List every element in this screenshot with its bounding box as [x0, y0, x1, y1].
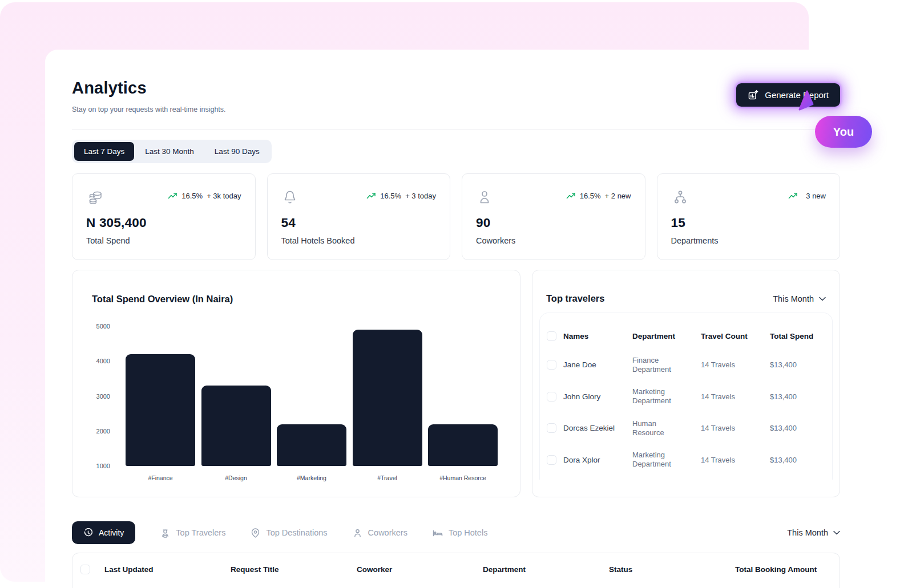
traveler-department: Marketing Department — [632, 387, 701, 406]
row-checkbox[interactable] — [547, 455, 556, 465]
y-axis-tick: 2000 — [96, 428, 110, 435]
bar-chart: 50004000300020001000 #Finance#Design#Mar… — [92, 326, 498, 481]
traveler-spend: $13,400 — [770, 360, 825, 369]
activity-period-dropdown[interactable]: This Month — [787, 528, 840, 537]
spend-overview-chart-card: Total Spend Overview (In Naira) 50004000… — [72, 270, 520, 497]
column-header: Department — [632, 332, 701, 340]
tab-label: Activity — [99, 528, 124, 537]
time-range-tabs: Last 7 Days Last 30 Month Last 90 Days — [72, 140, 272, 163]
traveler-name: John Glory — [563, 392, 632, 401]
traveler-name: Dora Xplor — [563, 456, 632, 464]
tab-top-travelers[interactable]: Top Travelers — [160, 528, 225, 538]
trend-percent: 16.5% — [380, 192, 401, 200]
tab-label: Coworkers — [368, 528, 407, 537]
traveler-row: Jane Doe Finance Department 14 Travels $… — [547, 349, 825, 381]
period-value: This Month — [773, 294, 814, 303]
y-axis-tick: 4000 — [96, 358, 110, 364]
traveler-count: 14 Travels — [701, 456, 770, 464]
stat-label: Coworkers — [476, 236, 631, 245]
row-checkbox[interactable] — [547, 392, 556, 402]
trend-up-icon — [168, 192, 177, 200]
bellhop-icon — [160, 528, 171, 538]
x-axis-label: #Human Resorce — [428, 475, 498, 481]
stat-label: Total Spend — [86, 236, 241, 245]
column-header: Coworker — [357, 565, 483, 574]
column-header: Total Booking Amount — [735, 565, 840, 574]
remote-user-badge: You — [815, 116, 872, 148]
bar — [353, 326, 422, 466]
y-axis-tick: 5000 — [96, 323, 110, 330]
traveler-spend: $13,400 — [770, 392, 825, 401]
clock-icon — [83, 528, 93, 538]
stat-label: Total Hotels Booked — [281, 236, 437, 245]
activity-table-header: Last UpdatedRequest TitleCoworkerDepartm… — [80, 565, 840, 574]
stat-card-coworkers: 16.5% + 2 new 90 Coworkers — [462, 173, 645, 260]
tab-activity[interactable]: Activity — [72, 521, 135, 544]
chevron-down-icon — [833, 530, 840, 535]
page-title: Analytics — [72, 79, 226, 98]
stat-cards-row: 16.5% + 3k today N 305,400 Total Spend — [72, 173, 840, 260]
tab-top-hotels[interactable]: Top Hotels — [432, 528, 488, 538]
tab-label: Top Destinations — [266, 528, 327, 537]
stat-label: Departments — [671, 236, 826, 245]
column-header: Names — [563, 332, 632, 340]
travelers-table-header: NamesDepartmentTravel CountTotal Spend — [547, 331, 825, 341]
traveler-row: John Glory Marketing Department 14 Trave… — [547, 381, 825, 413]
stat-card-total-spend: 16.5% + 3k today N 305,400 Total Spend — [72, 173, 256, 260]
trend-percent: 16.5% — [580, 192, 601, 200]
tab-last-7-days[interactable]: Last 7 Days — [74, 142, 134, 161]
bar — [201, 326, 271, 466]
traveler-count: 14 Travels — [701, 392, 770, 401]
traveler-name: Dorcas Ezekiel — [563, 424, 632, 432]
tab-coworkers[interactable]: Coworkers — [352, 528, 407, 538]
period-value: This Month — [787, 528, 828, 537]
column-header: Department — [483, 565, 609, 574]
header-divider — [72, 129, 840, 129]
main-content-card: Analytics Stay on top your requests with… — [45, 50, 904, 588]
stat-value: N 305,400 — [86, 216, 241, 230]
tab-label: Top Travelers — [176, 528, 225, 537]
trend-up-icon — [366, 192, 376, 200]
x-axis-label: #Design — [201, 475, 271, 481]
select-all-checkbox[interactable] — [547, 331, 556, 341]
bar — [428, 326, 498, 466]
trend-note: + 3k today — [207, 192, 241, 200]
x-axis-label: #Finance — [126, 475, 195, 481]
activity-table-card: Last UpdatedRequest TitleCoworkerDepartm… — [72, 553, 840, 588]
traveler-department: Human Resource — [632, 419, 701, 438]
trend-indicator: 16.5% + 2 new — [566, 192, 631, 200]
tab-last-30-month[interactable]: Last 30 Month — [135, 142, 204, 161]
travelers-period-dropdown[interactable]: This Month — [773, 294, 826, 303]
traveler-spend: $13,400 — [770, 424, 825, 432]
trend-note: + 2 new — [605, 192, 631, 200]
trend-percent: 16.5% — [181, 192, 203, 200]
x-labels: #Finance#Design#Marketing#Travel#Human R… — [126, 475, 498, 481]
chart-title: Total Spend Overview (In Naira) — [92, 294, 498, 305]
traveler-spend: $13,400 — [770, 456, 825, 464]
trend-note: 3 new — [806, 192, 826, 200]
bed-icon — [432, 528, 443, 538]
generate-report-button[interactable]: Generate Report — [736, 83, 840, 107]
select-all-checkbox[interactable] — [80, 565, 90, 574]
traveler-department: Finance Department — [632, 356, 701, 375]
row-checkbox[interactable] — [547, 360, 556, 370]
chart-plus-icon — [748, 90, 758, 100]
stat-card-departments: 3 new 15 Departments — [657, 173, 841, 260]
y-axis-tick: 3000 — [96, 393, 110, 400]
column-header: Request Title — [231, 565, 357, 574]
trend-up-icon — [788, 192, 798, 200]
top-travelers-title: Top travelers — [546, 293, 604, 304]
title-block: Analytics Stay on top your requests with… — [72, 79, 226, 113]
page-subtitle: Stay on top your requests with real-time… — [72, 106, 226, 113]
tab-top-destinations[interactable]: Top Destinations — [250, 528, 327, 538]
tab-last-90-days[interactable]: Last 90 Days — [205, 142, 269, 161]
traveler-name: Jane Doe — [563, 360, 632, 369]
stat-value: 90 — [476, 216, 631, 230]
bar — [277, 326, 346, 466]
bar — [126, 326, 195, 466]
activity-tabs-row: Activity Top Travelers — [72, 521, 840, 544]
trend-indicator: 16.5% + 3k today — [168, 192, 241, 200]
top-travelers-card: Top travelers This Month NamesDepartment… — [532, 270, 840, 497]
row-checkbox[interactable] — [547, 423, 556, 433]
x-axis-label: #Marketing — [277, 475, 346, 481]
